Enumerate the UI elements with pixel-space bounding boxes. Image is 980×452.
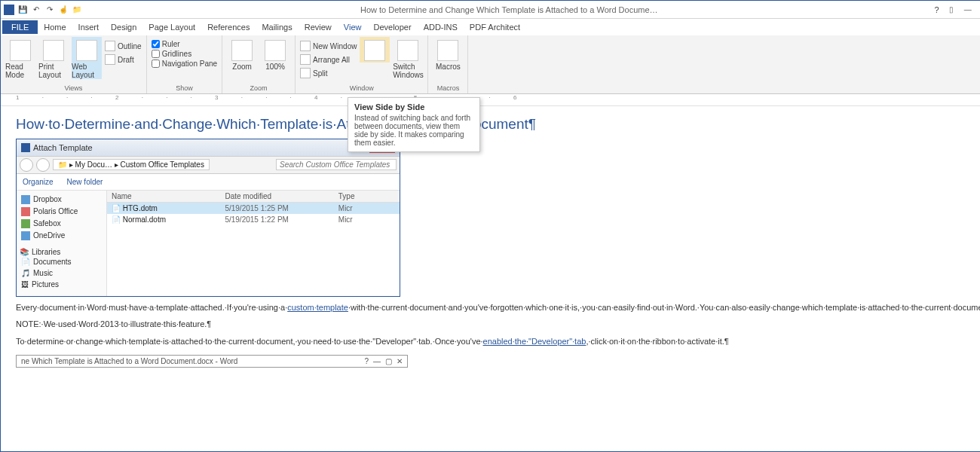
sidebar-item-music[interactable]: 🎵Music (20, 267, 103, 279)
ribbon-opts-icon[interactable]: ▯ (944, 4, 959, 16)
document-area[interactable]: How·to·Determine·and·Change·Which·Templa… (1, 106, 980, 451)
back-icon[interactable] (20, 158, 33, 172)
help-icon[interactable]: ? (930, 5, 944, 14)
zoom-button[interactable]: Zoom (227, 37, 257, 71)
help-icon[interactable]: ? (364, 357, 369, 365)
word-icon (4, 5, 14, 15)
view-side-by-side-button[interactable] (360, 37, 390, 63)
navpane-checkbox[interactable]: Navigation Pane (152, 60, 217, 68)
new-window-button[interactable]: New Window (300, 40, 357, 52)
read-mode-button[interactable]: Read Mode (5, 37, 35, 79)
close-icon[interactable]: ✕ (397, 357, 403, 365)
organize-button[interactable]: Organize (23, 178, 54, 186)
tab-view[interactable]: View (338, 20, 368, 34)
quick-access-toolbar: 💾 ↶ ↷ ☝ 📁 (4, 5, 82, 15)
outline-button[interactable]: Outline (105, 40, 142, 52)
group-macros: Macros Macros (428, 35, 468, 93)
minimize-icon[interactable]: — (373, 357, 381, 365)
sidebar-item-dropbox[interactable]: Dropbox (20, 194, 103, 206)
dialog-search-input[interactable] (276, 159, 397, 170)
embedded-window-bar: ne Which Template is Attached to a Word … (16, 355, 408, 368)
tab-developer[interactable]: Developer (367, 20, 417, 34)
arrange-all-button[interactable]: Arrange All (300, 53, 357, 66)
pictures-icon: 🖼 (21, 280, 29, 289)
maximize-icon[interactable]: ▢ (977, 4, 980, 16)
tab-review[interactable]: Review (299, 20, 338, 34)
new-folder-button[interactable]: New folder (67, 178, 103, 186)
doc-heading: How·to·Determine·and·Change·Which·Templa… (16, 115, 980, 134)
dialog-sidebar: Dropbox Polaris Office Safebox OneDrive … (17, 191, 107, 296)
redo-icon[interactable]: ↷ (44, 5, 55, 15)
group-show: Ruler Gridlines Navigation Pane Show (147, 35, 222, 93)
save-icon[interactable]: 💾 (17, 5, 28, 15)
sidebar-libraries[interactable]: 📚Libraries (20, 248, 103, 256)
custom-template-link[interactable]: custom·template (287, 303, 348, 312)
tab-mailings[interactable]: Mailings (256, 20, 298, 34)
side-by-side-icon (364, 40, 385, 61)
tooltip-side-by-side: View Side by Side Instead of switching b… (348, 97, 480, 152)
documents-icon: 📄 (21, 258, 30, 266)
maximize-icon[interactable]: ▢ (385, 357, 392, 365)
switch-windows-icon (397, 40, 418, 61)
web-layout-button[interactable]: Web Layout (72, 37, 102, 79)
dialog-toolbar: Organize New folder (17, 174, 400, 191)
split-icon (300, 68, 311, 78)
list-header[interactable]: NameDate modifiedType (107, 191, 400, 203)
folder-icon[interactable]: 📁 (72, 5, 82, 15)
read-mode-icon (10, 40, 31, 61)
group-zoom: Zoom 100% Zoom (222, 35, 296, 93)
file-row[interactable]: 📄 HTG.dotm5/19/2015 1:25 PMMicr (107, 203, 400, 214)
file-list: NameDate modifiedType 📄 HTG.dotm5/19/201… (107, 191, 400, 296)
forward-icon[interactable] (36, 158, 50, 172)
tab-home[interactable]: Home (38, 20, 72, 34)
draft-button[interactable]: Draft (105, 53, 142, 66)
tab-pdf-architect[interactable]: PDF Architect (464, 20, 526, 34)
tab-design[interactable]: Design (105, 20, 142, 34)
breadcrumb[interactable]: 📁 ▸ My Docu… ▸ Custom Office Templates (53, 159, 210, 170)
embedded-title: ne Which Template is Attached to a Word … (21, 357, 237, 365)
tab-references[interactable]: References (201, 20, 256, 34)
macros-button[interactable]: Macros (433, 37, 463, 71)
minimize-icon[interactable]: — (960, 4, 975, 16)
ribbon-view: Read Mode Print Layout Web Layout Outlin… (1, 35, 980, 94)
group-views: Read Mode Print Layout Web Layout Outlin… (1, 35, 147, 93)
tooltip-title: View Side by Side (354, 102, 473, 111)
sidebar-item-polaris[interactable]: Polaris Office (20, 206, 103, 218)
group-window: New Window Arrange All Split Switch Wind… (296, 35, 428, 93)
ribbon-tabs: FILE Home Insert Design Page Layout Refe… (1, 19, 980, 35)
touch-icon[interactable]: ☝ (58, 5, 69, 15)
outline-icon (105, 41, 115, 51)
tab-page-layout[interactable]: Page Layout (142, 20, 201, 34)
music-icon: 🎵 (21, 269, 30, 277)
file-row[interactable]: 📄 Normal.dotm5/19/2015 1:22 PMMicr (107, 214, 400, 225)
ruler-checkbox[interactable]: Ruler (152, 40, 217, 48)
tab-addins[interactable]: ADD-INS (418, 20, 464, 34)
sidebar-item-pictures[interactable]: 🖼Pictures (20, 279, 103, 290)
gridlines-checkbox[interactable]: Gridlines (152, 50, 217, 58)
sidebar-item-onedrive[interactable]: OneDrive (20, 230, 103, 242)
print-layout-button[interactable]: Print Layout (38, 37, 69, 79)
sidebar-item-safebox[interactable]: Safebox (20, 218, 103, 230)
file-tab[interactable]: FILE (2, 20, 38, 34)
developer-tab-link[interactable]: enabled·the·"Developer"·tab (483, 337, 586, 346)
arrange-icon (300, 54, 311, 65)
word-window-left: 💾 ↶ ↷ ☝ 📁 How to Determine and Change Wh… (0, 0, 980, 452)
undo-icon[interactable]: ↶ (31, 5, 41, 15)
print-layout-icon (43, 40, 64, 61)
libraries-icon: 📚 (20, 248, 29, 256)
switch-windows-button[interactable]: Switch Windows (393, 37, 423, 79)
new-window-icon (300, 41, 311, 51)
body-paragraph: Every·document·in·Word·must·have·a·templ… (16, 301, 980, 314)
body-paragraph: To·determine·or·change·which·template·is… (16, 335, 980, 348)
polaris-icon (21, 207, 30, 216)
web-layout-icon (76, 40, 97, 61)
tab-insert[interactable]: Insert (72, 20, 106, 34)
sidebar-item-documents[interactable]: 📄Documents (20, 256, 103, 267)
zoom-icon (231, 40, 253, 61)
zoom-100-button[interactable]: 100% (260, 37, 290, 71)
split-button[interactable]: Split (300, 67, 357, 79)
dialog-titlebar[interactable]: Attach Template (17, 139, 400, 156)
word-icon (21, 143, 30, 152)
ruler[interactable]: 1 · · · 2 · · · 3 · · · 4 · · · 5 · · · … (1, 94, 980, 106)
draft-icon (105, 54, 115, 65)
